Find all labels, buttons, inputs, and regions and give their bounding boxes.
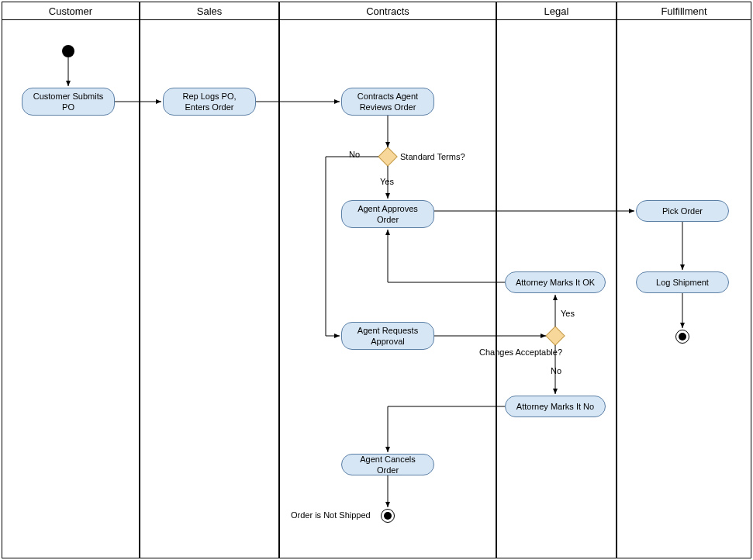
activity-cancels-order: Agent Cancels Order (341, 454, 434, 475)
label-no: No (349, 150, 360, 159)
swimlane-header-sales: Sales (140, 2, 279, 20)
activity-label: Rep Logs PO, Enters Order (170, 91, 249, 113)
activity-approves-order: Agent Approves Order (341, 200, 434, 228)
swimlane-label: Legal (544, 5, 569, 17)
activity-log-shipment: Log Shipment (636, 271, 729, 293)
swimlane-diagram: Customer Sales Contracts Legal Fulfillme… (0, 0, 753, 560)
activity-customer-submits: Customer Submits PO (22, 88, 115, 116)
activity-marks-no: Attorney Marks It No (505, 396, 606, 417)
decision-label: Changes Acceptable? (479, 347, 562, 357)
final-node-fulfillment (675, 330, 689, 344)
activity-reviews-order: Contracts Agent Reviews Order (341, 88, 434, 116)
activity-label: Log Shipment (656, 277, 709, 288)
swimlane-header-customer: Customer (2, 2, 140, 20)
final-node-not-shipped (381, 509, 395, 523)
swimlane-label: Customer (49, 5, 92, 17)
label-yes: Yes (561, 309, 575, 318)
swimlane-header-legal: Legal (496, 2, 617, 20)
activity-label: Agent Cancels Order (348, 454, 427, 476)
activity-label: Contracts Agent Reviews Order (348, 91, 427, 113)
label-not-shipped: Order is Not Shipped (291, 510, 371, 520)
initial-node (62, 45, 74, 57)
activity-label: Pick Order (662, 206, 703, 216)
label-no: No (551, 366, 561, 375)
activity-marks-ok: Attorney Marks It OK (505, 271, 606, 293)
decision-label: Standard Terms? (400, 152, 465, 161)
label-yes: Yes (380, 177, 394, 186)
activity-label: Agent Requests Approval (348, 325, 427, 347)
swimlane-header-fulfillment: Fulfillment (617, 2, 751, 20)
swimlane-label: Contracts (366, 5, 409, 17)
activity-rep-logs: Rep Logs PO, Enters Order (163, 88, 256, 116)
swimlane-label: Sales (197, 5, 223, 17)
activity-label: Agent Approves Order (348, 203, 427, 226)
swimlane-header-contracts: Contracts (279, 2, 496, 20)
activity-label: Attorney Marks It No (516, 401, 594, 412)
activity-label: Attorney Marks It OK (516, 277, 595, 288)
activity-label: Customer Submits PO (29, 91, 108, 113)
activity-requests-approval: Agent Requests Approval (341, 322, 434, 350)
activity-pick-order: Pick Order (636, 200, 729, 222)
swimlane-label: Fulfillment (661, 5, 706, 17)
